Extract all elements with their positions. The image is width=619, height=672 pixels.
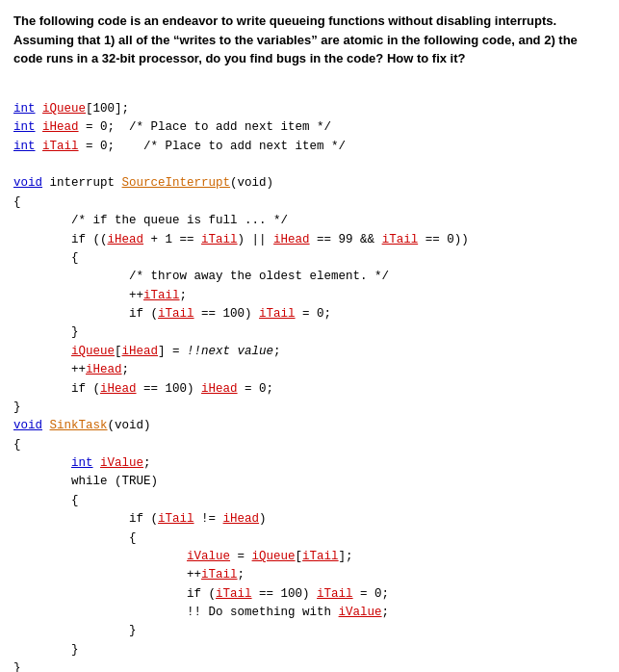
question-text: The following code is an endeavor to wri… <box>13 12 606 68</box>
line-4: void interrupt SourceInterrupt(void) <box>13 176 273 190</box>
line-14: ++iHead; <box>13 363 129 376</box>
line-5: { <box>13 195 21 209</box>
line-7: if ((iHead + 1 == iTail) || iHead == 99 … <box>13 233 469 246</box>
line-27: !! Do something with iValue; <box>13 606 389 619</box>
line-25: ++iTail; <box>13 568 245 582</box>
line-30: } <box>13 661 21 672</box>
line-16: } <box>13 401 21 414</box>
line-13: iQueue[iHead] = !!next value; <box>13 345 281 358</box>
line-1: int iQueue[100]; <box>13 102 129 116</box>
line-20: while (TRUE) <box>13 475 158 488</box>
code-block: int iQueue[100]; int iHead = 0; /* Place… <box>13 82 606 673</box>
line-17: void SinkTask(void) <box>13 419 151 432</box>
line-11: if (iTail == 100) iTail = 0; <box>13 307 331 321</box>
line-6: /* if the queue is full ... */ <box>13 214 288 227</box>
line-9: /* throw away the oldest element. */ <box>13 270 389 283</box>
line-23: { <box>13 531 137 545</box>
line-28: } <box>13 624 137 637</box>
question-block: The following code is an endeavor to wri… <box>13 12 606 68</box>
line-19: int iValue; <box>13 456 151 470</box>
line-12: } <box>13 325 79 339</box>
line-2: int iHead = 0; /* Place to add next item… <box>13 120 331 134</box>
line-26: if (iTail == 100) iTail = 0; <box>13 587 389 601</box>
line-15: if (iHead == 100) iHead = 0; <box>13 382 273 396</box>
line-24: iValue = iQueue[iTail]; <box>13 550 353 563</box>
line-8: { <box>13 251 79 265</box>
line-22: if (iTail != iHead) <box>13 512 267 526</box>
line-18: { <box>13 438 21 452</box>
line-29: } <box>13 643 79 657</box>
line-10: ++iTail; <box>13 289 187 302</box>
line-3: int iTail = 0; /* Place to add next item… <box>13 140 346 153</box>
line-blank-1 <box>13 158 21 171</box>
line-21: { <box>13 494 79 507</box>
